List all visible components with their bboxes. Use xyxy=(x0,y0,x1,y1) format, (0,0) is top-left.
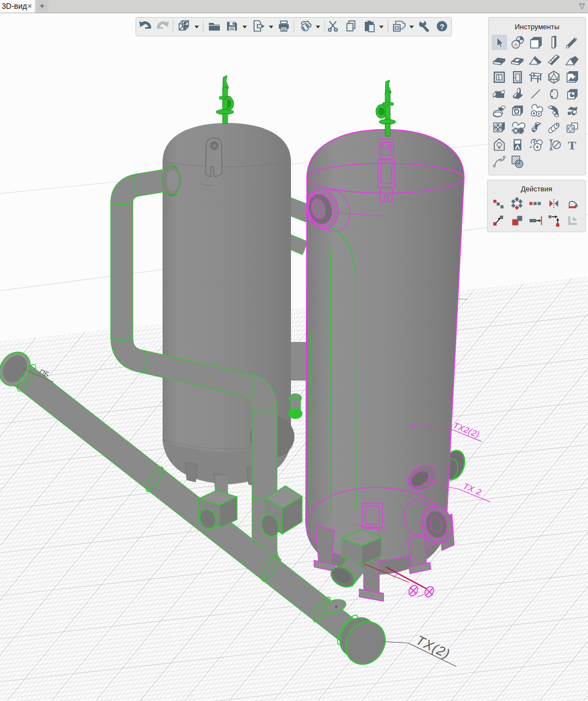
svg-text:A: A xyxy=(514,42,517,47)
svg-text:T: T xyxy=(568,138,576,152)
svg-text:?: ? xyxy=(440,23,444,31)
svg-text:▲: ▲ xyxy=(515,145,520,150)
